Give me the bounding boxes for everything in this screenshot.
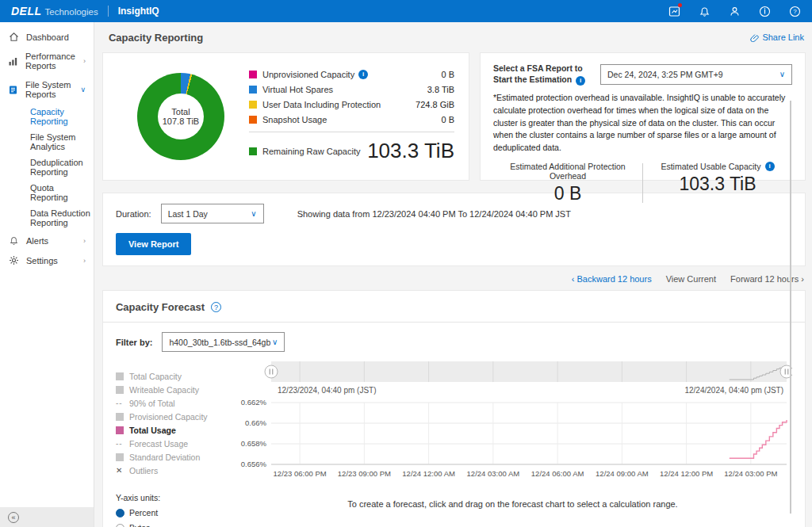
topbar-divider xyxy=(108,6,109,17)
forecast-hint-text: To create a forecast, click and drag on … xyxy=(233,493,792,527)
share-link[interactable]: Share Link xyxy=(750,32,804,42)
sidebar-item-deduplication-reporting[interactable]: Deduplication Reporting xyxy=(0,155,94,180)
dell-logo[interactable]: DELL Technologies xyxy=(11,5,98,17)
backward-12-hours-link[interactable]: ‹ Backward 12 hours xyxy=(572,274,652,284)
topbar-actions: ? xyxy=(668,5,801,17)
dash-line-icon: -- xyxy=(116,399,124,407)
capacity-overview-card: Total 107.8 TiB Unprovisioned Capacityi0… xyxy=(102,52,469,181)
donut-legend: Unprovisioned Capacityi0 BVirtual Hot Sp… xyxy=(244,67,454,166)
legend-value: 724.8 GiB xyxy=(416,100,454,109)
percent-radio[interactable]: Percent xyxy=(116,508,233,517)
alerts-bell-icon[interactable] xyxy=(698,5,710,17)
filter-select[interactable]: h400_30tb_1.6tb-ssd_64gb ∨ xyxy=(162,332,285,352)
chart-legend-item-total-usage[interactable]: Total Usage xyxy=(116,423,233,437)
protection-overhead-value: 0 B xyxy=(493,183,642,204)
info-icon[interactable] xyxy=(758,5,771,17)
sidebar-item-performance-reports[interactable]: Performance Reports› xyxy=(0,47,94,75)
legend-swatch xyxy=(249,101,257,109)
sidebar-item-label: Dashboard xyxy=(26,32,69,42)
sidebar-item-alerts[interactable]: Alerts› xyxy=(0,231,94,250)
showing-data-text: Showing data from 12/23/2024 04:40 PM To… xyxy=(297,209,571,219)
legend-label: Unprovisioned Capacity xyxy=(262,70,354,79)
chevron-right-icon: › xyxy=(83,237,86,245)
top-bar: DELL Technologies InsightIQ ? xyxy=(0,0,812,22)
usable-capacity-info-icon[interactable]: i xyxy=(765,162,775,171)
chart-legend-label: Total Usage xyxy=(129,426,176,435)
fsa-select-label: Select a FSA Report to Start the Estimat… xyxy=(493,63,592,86)
legend-label: Remaining Raw Capacity xyxy=(262,147,361,156)
forecast-title: Capacity Forecast xyxy=(116,301,205,313)
capacity-donut-chart[interactable]: Total 107.8 TiB xyxy=(137,73,224,160)
gear-icon xyxy=(8,255,19,265)
yaxis-units-group: Y-axis units: Percent Bytes xyxy=(116,493,233,527)
divider xyxy=(103,322,805,323)
main-content: Capacity Reporting Share Link Total 107.… xyxy=(94,22,812,527)
help-icon[interactable]: ? xyxy=(788,5,801,17)
chart-legend-item-writeable-capacity[interactable]: Writeable Capacity xyxy=(116,383,233,396)
forecast-chart[interactable]: 12/23/2024, 04:40 pm (JST)12/24/2024, 04… xyxy=(233,360,792,488)
bell-icon xyxy=(8,235,19,246)
legend-value: 3.8 TiB xyxy=(427,85,454,94)
forward-12-hours-link[interactable]: Forward 12 hours › xyxy=(730,274,804,284)
sidebar-item-dashboard[interactable]: Dashboard xyxy=(0,27,94,47)
sidebar-item-label: Performance Reports xyxy=(25,52,76,71)
chart-legend-item-forecast-usage[interactable]: --Forecast Usage xyxy=(116,437,233,450)
sidebar-item-file-system-analytics[interactable]: File System Analytics xyxy=(0,129,94,155)
chevron-down-icon: ∨ xyxy=(779,70,785,78)
legend-label: User Data Including Protection xyxy=(262,100,381,109)
sidebar-item-quota-reporting[interactable]: Quota Reporting xyxy=(0,180,94,205)
info-icon[interactable]: i xyxy=(358,70,368,79)
forecast-chart-legend: Total CapacityWriteable Capacity--90% of… xyxy=(116,360,233,488)
chart-legend-label: 90% of Total xyxy=(129,399,175,408)
time-navigation: ‹ Backward 12 hours View Current Forward… xyxy=(104,274,804,284)
sidebar-item-data-reduction-reporting[interactable]: Data Reduction Reporting xyxy=(0,205,94,231)
sidebar-item-label: Settings xyxy=(26,256,58,265)
dash-line-icon: -- xyxy=(116,439,124,448)
chart-legend-item-total-capacity[interactable]: Total Capacity xyxy=(116,369,233,383)
usable-capacity-value: 103.3 TiB xyxy=(643,174,792,195)
chevron-down-icon: ∨ xyxy=(272,338,278,346)
fsa-estimation-card: Select a FSA Report to Start the Estimat… xyxy=(480,52,806,181)
dell-logo-text: DELL xyxy=(11,5,42,17)
fsa-info-icon[interactable]: i xyxy=(576,76,585,86)
chart-legend-item-provisioned-capacity[interactable]: Provisioned Capacity xyxy=(116,410,233,423)
sidebar-item-file-system-reports[interactable]: File System Reports∨ xyxy=(0,75,94,104)
svg-text:0.656%: 0.656% xyxy=(241,460,267,468)
radio-unselected-icon xyxy=(116,524,124,527)
x-marker-icon: ✕ xyxy=(116,466,124,475)
view-current-link[interactable]: View Current xyxy=(666,274,716,284)
legend-swatch xyxy=(249,116,257,124)
sidebar-item-settings[interactable]: Settings› xyxy=(0,250,94,270)
svg-text:12/24 12:00 AM: 12/24 12:00 AM xyxy=(402,469,455,478)
sidebar-collapse-icon[interactable]: « xyxy=(8,512,19,523)
legend-label: Snapshot Usage xyxy=(262,115,327,124)
svg-text:12/24 06:00 AM: 12/24 06:00 AM xyxy=(531,469,584,478)
duration-select[interactable]: Last 1 Day ∨ xyxy=(161,204,264,223)
bar-chart-icon xyxy=(8,56,18,67)
legend-divider xyxy=(249,132,454,132)
bytes-radio[interactable]: Bytes xyxy=(116,523,233,527)
chart-legend-item-outliers[interactable]: ✕Outliers xyxy=(116,464,233,477)
svg-text:12/24/2024, 04:40 pm (JST): 12/24/2024, 04:40 pm (JST) xyxy=(684,386,783,395)
page-scrollbar[interactable] xyxy=(790,101,791,514)
view-report-button[interactable]: View Report xyxy=(116,233,191,255)
page-title: Capacity Reporting xyxy=(109,32,203,44)
fsa-note-text: *Estimated protection overhead is unavai… xyxy=(493,92,792,155)
whats-new-icon[interactable] xyxy=(668,5,680,17)
chart-legend-item-90-of-total[interactable]: --90% of Total xyxy=(116,396,233,410)
chart-legend-label: Writeable Capacity xyxy=(129,385,199,395)
remaining-capacity-row: Remaining Raw Capacity103.3 TiB xyxy=(249,136,454,166)
forecast-help-icon[interactable]: ? xyxy=(211,302,221,312)
legend-swatch xyxy=(116,453,124,461)
legend-item: User Data Including Protection724.8 GiB xyxy=(249,97,454,113)
document-icon xyxy=(8,85,18,95)
usable-capacity-stat: Estimated Usable Capacityi 103.3 TiB xyxy=(643,162,792,204)
legend-label: Virtual Hot Spares xyxy=(262,85,333,94)
user-icon[interactable] xyxy=(728,5,741,17)
protection-overhead-stat: Estimated Additional Protection Overhead… xyxy=(493,162,642,204)
fsa-report-select[interactable]: Dec 24, 2024, 3:25 PM GMT+9 ∨ xyxy=(600,64,792,85)
sidebar-item-capacity-reporting[interactable]: Capacity Reporting xyxy=(0,104,94,129)
legend-item: Unprovisioned Capacityi0 B xyxy=(249,67,454,82)
chart-legend-item-standard-deviation[interactable]: Standard Deviation xyxy=(116,450,233,464)
capacity-forecast-card: Capacity Forecast ? Filter by: h400_30tb… xyxy=(102,290,806,527)
